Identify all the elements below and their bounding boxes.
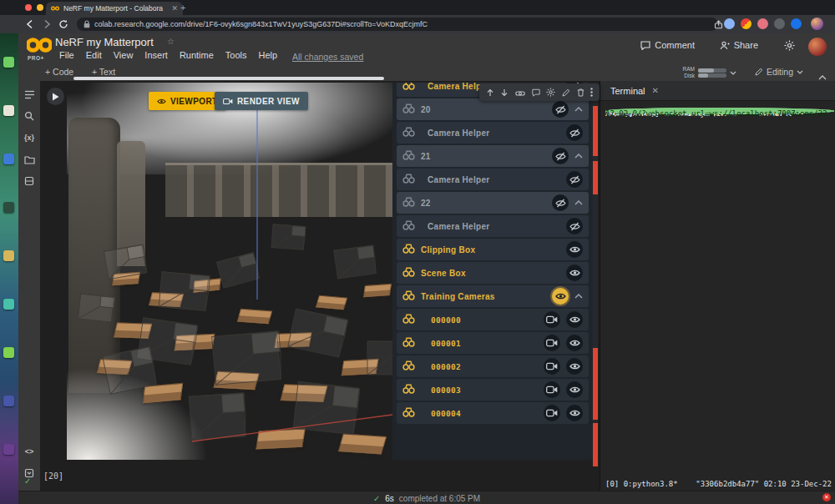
terminal-title[interactable]: Terminal	[610, 86, 645, 96]
add-code-button[interactable]: + Code	[45, 67, 73, 77]
comment-icon[interactable]	[532, 85, 540, 100]
extension-icon[interactable]	[757, 18, 768, 29]
search-icon[interactable]	[23, 109, 36, 123]
back-button[interactable]	[23, 18, 37, 31]
desktop-icon[interactable]	[3, 444, 14, 455]
desktop-icon[interactable]	[3, 154, 14, 164]
visibility-toggle[interactable]	[566, 311, 583, 328]
scene-tree-row-000004[interactable]: 000004	[397, 402, 589, 424]
run-cell-button[interactable]	[47, 88, 64, 105]
window-minimize-icon[interactable]	[37, 4, 43, 11]
chevron-icon[interactable]	[574, 154, 583, 159]
add-text-button[interactable]: + Text	[92, 67, 115, 77]
tab-close-icon[interactable]: ✕	[171, 4, 178, 13]
scene-tree-row-camera-helper[interactable]: Camera Helper	[397, 122, 589, 144]
terminal-body[interactable]: s / Sec Vis Rays / Sec970 (9.90%) 47.102…	[605, 103, 834, 476]
star-icon[interactable]: ☆	[167, 37, 175, 46]
move-up-icon[interactable]	[486, 85, 494, 100]
resource-meter[interactable]: RAMDisk	[683, 66, 736, 79]
reload-button[interactable]	[57, 18, 70, 31]
settings-gear-icon[interactable]	[784, 40, 795, 51]
share-icon[interactable]	[711, 18, 725, 31]
menu-edit[interactable]: Edit	[80, 50, 108, 60]
visibility-toggle[interactable]	[566, 124, 583, 141]
user-avatar[interactable]	[808, 38, 827, 56]
output-scrollbar[interactable]	[593, 83, 598, 460]
comment-button[interactable]: Comment	[640, 40, 695, 50]
horizontal-scrollbar[interactable]	[73, 77, 384, 80]
desktop-icon[interactable]	[3, 57, 14, 68]
visibility-toggle[interactable]	[566, 358, 583, 375]
camera-view-button[interactable]	[544, 358, 560, 375]
desktop-icon[interactable]	[3, 299, 14, 310]
scene-tree-row-21[interactable]: 21	[397, 145, 589, 167]
more-vert-icon[interactable]	[590, 85, 593, 100]
extension-icon[interactable]	[741, 18, 752, 29]
visibility-toggle[interactable]	[552, 288, 569, 305]
code-snippets-icon[interactable]: <>	[23, 445, 36, 458]
autosave-status[interactable]: All changes saved	[292, 52, 363, 62]
trash-icon[interactable]	[577, 85, 584, 100]
camera-view-button[interactable]	[544, 381, 560, 398]
link-icon[interactable]	[515, 85, 525, 100]
forward-button[interactable]	[40, 18, 53, 31]
notebook-title[interactable]: NeRF my Matterport	[55, 36, 154, 48]
extension-icon[interactable]	[724, 18, 735, 29]
scene-tree-row-000002[interactable]: 000002	[397, 355, 589, 377]
extension-icon[interactable]	[791, 18, 802, 29]
visibility-toggle[interactable]	[552, 148, 569, 164]
camera-view-button[interactable]	[544, 405, 560, 421]
scene-tree-row-000003[interactable]: 000003	[397, 379, 589, 401]
visibility-toggle[interactable]	[566, 381, 583, 398]
address-bar[interactable]: colab.research.google.com/drive/1F6-ovyk…	[77, 18, 718, 31]
visibility-toggle[interactable]	[566, 171, 583, 188]
scene-tree-row-000001[interactable]: 000001	[397, 332, 589, 354]
menu-file[interactable]: File	[53, 50, 80, 60]
terminal-close-icon[interactable]: ✕	[652, 86, 659, 95]
scene-tree-row-scene-box[interactable]: Scene Box	[397, 262, 589, 284]
variables-icon[interactable]: {x}	[23, 131, 36, 144]
viewer-canvas[interactable]	[67, 83, 392, 460]
files-icon[interactable]	[23, 153, 36, 166]
visibility-toggle[interactable]	[566, 241, 583, 258]
extension-icon[interactable]	[774, 18, 785, 29]
notification-close-icon[interactable]: ✕	[822, 493, 831, 501]
browser-tab[interactable]: NeRF my Matterport - Colabora ✕	[46, 2, 183, 15]
chevron-icon[interactable]	[574, 294, 583, 299]
desktop-icon[interactable]	[3, 250, 14, 261]
editing-mode-dropdown[interactable]: Editing	[755, 67, 803, 77]
visibility-toggle[interactable]	[552, 101, 569, 118]
scene-tree-row-20[interactable]: 20	[397, 98, 589, 120]
scene-tree-row-training-cameras[interactable]: Training Cameras	[397, 285, 589, 307]
new-tab-button[interactable]: +	[180, 3, 185, 13]
scene-tree-row-camera-helper[interactable]: Camera Helper	[397, 215, 589, 237]
visibility-toggle[interactable]	[566, 405, 583, 421]
menu-runtime[interactable]: Runtime	[174, 50, 220, 60]
gear-icon[interactable]	[546, 85, 555, 100]
scene-tree-row-clipping-box[interactable]: Clipping Box	[397, 239, 589, 260]
camera-view-button[interactable]	[544, 311, 560, 328]
profile-avatar[interactable]	[811, 18, 823, 30]
menu-view[interactable]: View	[108, 50, 139, 60]
menu-tools[interactable]: Tools	[220, 50, 253, 60]
chevron-icon[interactable]	[574, 107, 583, 112]
visibility-toggle[interactable]	[566, 335, 583, 351]
scene-tree-row-22[interactable]: 22	[397, 192, 589, 214]
desktop-icon[interactable]	[3, 396, 14, 406]
desktop-icon[interactable]	[3, 105, 14, 116]
edit-icon[interactable]	[562, 85, 570, 100]
extensions-icon[interactable]	[23, 174, 36, 188]
menu-help[interactable]: Help	[253, 50, 284, 60]
chevron-icon[interactable]	[574, 200, 583, 205]
desktop-icon[interactable]	[3, 347, 14, 358]
share-button[interactable]: Share	[720, 40, 758, 50]
scene-tree-row-camera-helper[interactable]: Camera Helper	[397, 169, 589, 190]
desktop-icon[interactable]	[3, 202, 14, 213]
move-down-icon[interactable]	[500, 85, 509, 100]
table-of-contents-icon[interactable]	[23, 88, 36, 101]
menu-insert[interactable]: Insert	[139, 50, 174, 60]
render-view-tab[interactable]: RENDER VIEW	[215, 92, 308, 110]
scene-tree-row-000000[interactable]: 000000	[397, 309, 589, 330]
visibility-toggle[interactable]	[566, 218, 583, 234]
visibility-toggle[interactable]	[566, 265, 583, 281]
